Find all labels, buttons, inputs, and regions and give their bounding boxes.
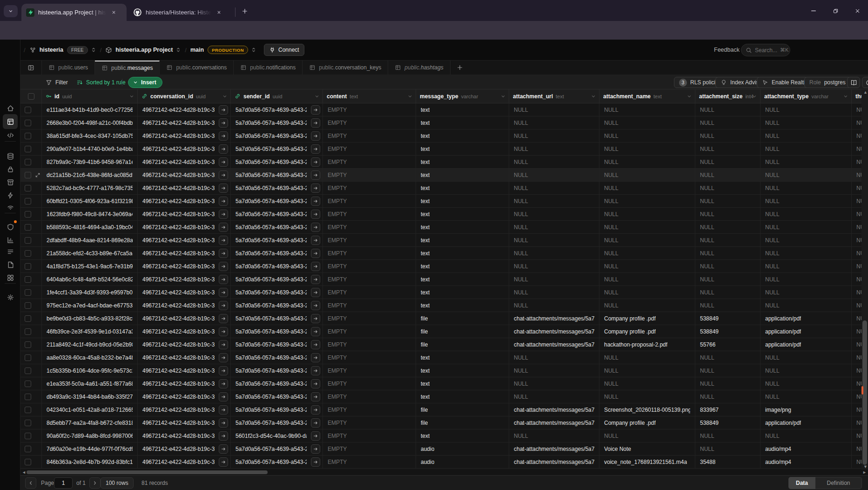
cell-sender-id[interactable]: 5a7d0a56-057a-4639-a543-2a3ca... [231, 351, 323, 364]
row-checkbox[interactable] [25, 185, 31, 191]
column-header-id[interactable]: iduuid [42, 89, 138, 103]
cell-attachment-url[interactable]: chat-attachments/messages/5a7d0a56-0 [509, 338, 599, 351]
cell-conversation-id[interactable]: 49672142-e422-4d28-b19c-3da9b... [138, 364, 231, 377]
cell-id[interactable]: 1c5b335b-6106-4dce-95fc-9e573c10c638 [42, 364, 138, 377]
cell-sender-id[interactable]: 5a7d0a56-057a-4639-a543-2a3ca... [231, 377, 323, 390]
cell-attachment-type[interactable]: NULL [760, 169, 852, 181]
cell-id[interactable]: 90a60f2c-7d89-4a8b-8fcd-998700663aa [42, 429, 138, 442]
cell-conversation-id[interactable]: 49672142-e422-4d28-b19c-3da9b... [138, 403, 231, 416]
cell-message-type[interactable]: text [416, 208, 509, 220]
cell-attachment-name[interactable]: voice_note_1768913921561.m4a [599, 456, 695, 468]
cell-content[interactable]: EMPTY [323, 338, 416, 351]
cell-message-type[interactable]: text [416, 273, 509, 286]
new-table-tab-button[interactable] [451, 61, 469, 75]
cell-message-type[interactable]: text [416, 169, 509, 181]
foreign-key-link-button[interactable] [311, 457, 320, 467]
cell-conversation-id[interactable]: 49672142-e422-4d28-b19c-3da9b... [138, 351, 231, 364]
cell-sender-id[interactable]: 5a7d0a56-057a-4639-a543-2a3ca... [231, 234, 323, 246]
cell-attachment-size[interactable]: NULL [695, 169, 760, 181]
foreign-key-link-button[interactable] [219, 118, 228, 128]
cell-sender-id[interactable]: 5a7d0a56-057a-4639-a543-2a3ca... [231, 129, 323, 142]
cell-content[interactable]: EMPTY [323, 247, 416, 259]
row-checkbox[interactable] [25, 263, 31, 270]
cell-message-type[interactable]: text [416, 247, 509, 259]
cell-conversation-id[interactable]: 49672142-e422-4d28-b19c-3da9b... [138, 390, 231, 403]
cell-sender-id[interactable]: 5a7d0a56-057a-4639-a543-2a3ca... [231, 364, 323, 377]
cell-message-type[interactable]: file [416, 325, 509, 338]
cell-message-type[interactable]: text [416, 129, 509, 142]
cell-attachment-size[interactable]: NULL [695, 286, 760, 299]
cell-sender-id[interactable]: 5a7d0a56-057a-4639-a543-2a3ca... [231, 286, 323, 299]
cell-attachment-name[interactable]: NULL [599, 364, 695, 377]
row-checkbox[interactable] [25, 198, 31, 204]
cell-content[interactable]: EMPTY [323, 377, 416, 390]
foreign-key-link-button[interactable] [219, 444, 228, 454]
cell-sender-id[interactable]: 5a7d0a56-057a-4639-a543-2a3ca... [231, 338, 323, 351]
cell-sender-id[interactable]: 5a7d0a56-057a-4639-a543-2a3ca... [231, 156, 323, 168]
cell-attachment-name[interactable]: NULL [599, 195, 695, 207]
cell-sender-id[interactable]: 5a7d0a56-057a-4639-a543-2a3ca... [231, 221, 323, 233]
cell-content[interactable]: EMPTY [323, 208, 416, 220]
cell-attachment-url[interactable]: chat-attachments/messages/5a7d0a56-0 [509, 403, 599, 416]
cell-id[interactable]: 1fe4ccf1-3a39-4d3f-9393-e9597b0f3539 [42, 286, 138, 299]
column-header-attachment_name[interactable]: attachment_nametext [599, 89, 695, 103]
cell-attachment-url[interactable]: NULL [509, 129, 599, 142]
cell-attachment-name[interactable]: NULL [599, 129, 695, 142]
cell-message-type[interactable]: text [416, 156, 509, 168]
row-gutter[interactable] [20, 416, 42, 429]
foreign-key-link-button[interactable] [219, 210, 228, 219]
cell-conversation-id[interactable]: 49672142-e422-4d28-b19c-3da9b... [138, 156, 231, 168]
cell-attachment-name[interactable]: NULL [599, 247, 695, 259]
cell-attachment-type[interactable]: image/png [760, 403, 852, 416]
table-row[interactable]: 2668e3b0-f204-498f-a21c-00f4bdb2339c4967… [20, 116, 868, 129]
cell-message-type[interactable]: text [416, 351, 509, 364]
foreign-key-link-button[interactable] [219, 223, 228, 232]
cell-attachment-url[interactable]: NULL [509, 286, 599, 299]
cell-attachment-size[interactable]: NULL [695, 182, 760, 194]
cell-message-type[interactable]: text [416, 429, 509, 442]
table-row[interactable]: 846b363a-2e8d-4b7b-992d-83bfc146db749672… [20, 456, 868, 469]
row-gutter[interactable] [20, 221, 42, 233]
cell-id[interactable]: 46fb39ce-2e3f-4539-9e1d-03147a3a40aa [42, 325, 138, 338]
row-checkbox[interactable] [25, 315, 31, 322]
cell-attachment-size[interactable]: 538849 [695, 416, 760, 429]
insert-button[interactable]: Insert [128, 77, 162, 88]
cell-id[interactable]: be9be0d3-cb83-4b5c-a933-82f28c971b11 [42, 312, 138, 325]
cell-attachment-url[interactable]: NULL [509, 169, 599, 181]
cell-message-type[interactable]: text [416, 116, 509, 129]
checkbox[interactable] [28, 93, 34, 100]
cell-sender-id[interactable]: 5a7d0a56-057a-4639-a543-2a3ca... [231, 456, 323, 468]
cell-content[interactable]: EMPTY [323, 456, 416, 468]
scroll-up-icon[interactable]: ▲ [863, 89, 868, 95]
table-row[interactable]: 1623fdb9-f980-49c8-8474-3e069a4226b34967… [20, 208, 868, 221]
sort-button[interactable]: Sorted by 1 rule [73, 77, 129, 88]
table-row[interactable]: e111ae34-b41b-41d9-bec0-c77256cea3154967… [20, 103, 868, 116]
row-gutter[interactable] [20, 143, 42, 155]
horizontal-scroll-thumb[interactable] [27, 470, 268, 474]
cell-attachment-name[interactable]: NULL [599, 299, 695, 312]
table-row[interactable]: aa8e0328-60ca-45a8-b232-be7a4b122fe04967… [20, 351, 868, 364]
column-menu-icon[interactable] [222, 94, 228, 99]
cell-sender-id[interactable]: 5a7d0a56-057a-4639-a543-2a3ca... [231, 208, 323, 220]
row-checkbox[interactable] [25, 120, 31, 126]
cell-attachment-size[interactable]: 55766 [695, 338, 760, 351]
cell-id[interactable]: 975ec12e-a7ed-4acf-bdae-e67753e7ab1f [42, 299, 138, 312]
cell-id[interactable]: e111ae34-b41b-41d9-bec0-c77256cea315 [42, 103, 138, 116]
cell-attachment-type[interactable]: NULL [760, 364, 852, 377]
cell-content[interactable]: EMPTY [323, 156, 416, 168]
foreign-key-link-button[interactable] [219, 157, 228, 167]
cell-message-type[interactable]: text [416, 221, 509, 233]
column-menu-icon[interactable] [407, 94, 413, 99]
cell-conversation-id[interactable]: 49672142-e422-4d28-b19c-3da9b... [138, 221, 231, 233]
cell-conversation-id[interactable]: 49672142-e422-4d28-b19c-3da9b... [138, 273, 231, 286]
cell-attachment-name[interactable]: NULL [599, 234, 695, 246]
sidebar-item-table-editor[interactable] [3, 114, 18, 129]
foreign-key-link-button[interactable] [311, 170, 320, 180]
row-gutter[interactable] [20, 273, 42, 286]
cell-id[interactable]: 042340c1-e051-42a8-a018-7126658f8939 [42, 403, 138, 416]
table-row[interactable]: 290a9e07-b1b4-4740-b0e9-1e4bbab939449672… [20, 143, 868, 156]
cell-conversation-id[interactable]: 49672142-e422-4d28-b19c-3da9b... [138, 129, 231, 142]
row-checkbox[interactable] [25, 302, 31, 309]
cell-conversation-id[interactable]: 49672142-e422-4d28-b19c-3da9b... [138, 377, 231, 390]
cell-sender-id[interactable]: 5a7d0a56-057a-4639-a543-2a3ca... [231, 182, 323, 194]
